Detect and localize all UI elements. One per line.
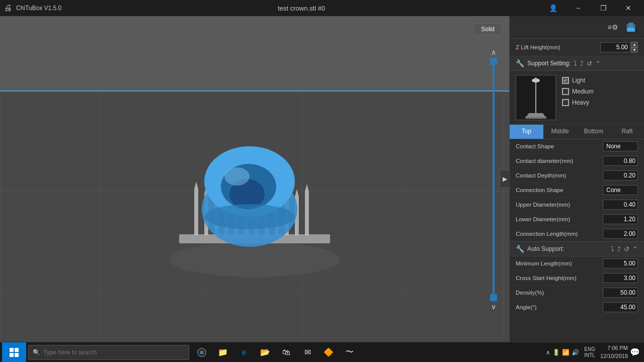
taskbar-cortana[interactable] <box>191 342 212 363</box>
tray-battery: 🔋 <box>552 349 560 356</box>
medium-label: Medium <box>572 88 594 95</box>
contact-diameter-input[interactable] <box>603 156 638 166</box>
auto-support-label: Auto Support: <box>527 245 608 252</box>
svg-marker-28 <box>295 189 299 197</box>
search-input[interactable] <box>43 349 185 356</box>
svg-rect-39 <box>633 24 635 28</box>
density-row: Density(%) <box>510 286 644 300</box>
support-setting-header: 🔧 Support Setting: ⤵ ⤴ ↺ ⌃ <box>510 56 644 71</box>
slider-up-arrow[interactable]: ∧ <box>488 46 500 58</box>
search-icon: 🔍 <box>33 349 40 356</box>
density-input[interactable] <box>603 288 638 298</box>
medium-option[interactable]: Medium <box>562 88 594 95</box>
auto-reset-icon[interactable]: ↺ <box>624 245 629 253</box>
notifications-icon[interactable]: 💬 <box>630 347 640 357</box>
close-button[interactable]: ✕ <box>617 0 640 16</box>
taskbar-store[interactable]: 🛍 <box>276 342 297 363</box>
z-lift-up[interactable]: ▲ <box>631 42 638 47</box>
taskbar-mail[interactable]: ✉ <box>297 342 318 363</box>
slider-down-arrow[interactable]: ∨ <box>488 301 500 313</box>
tab-raft[interactable]: Raft <box>610 125 644 139</box>
tray-sound: 🔊 <box>572 349 579 356</box>
tab-top[interactable]: Top <box>510 125 543 139</box>
reset-icon[interactable]: ↺ <box>587 60 592 67</box>
contact-depth-label: Contact Depth(mm) <box>516 172 566 178</box>
contact-diameter-row: Contact diameter(mm) <box>510 154 644 168</box>
intl-label: INTL <box>584 352 595 358</box>
lower-diameter-input[interactable] <box>603 214 638 224</box>
cross-start-input[interactable] <box>603 273 638 283</box>
lower-diameter-row: Lower Diameter(mm) <box>510 212 644 227</box>
3d-viewport[interactable]: Solid ∧ ∨ ▶ <box>0 16 509 342</box>
maximize-button[interactable]: ❐ <box>592 0 615 16</box>
slider-track <box>493 58 495 301</box>
support-setting-label: Support Setting: <box>527 60 571 67</box>
collapse-support-icon[interactable]: ⌃ <box>595 60 601 67</box>
min-length-input[interactable] <box>603 258 638 268</box>
angle-input[interactable] <box>603 302 638 312</box>
svg-rect-47 <box>15 348 19 352</box>
panel-expand-arrow[interactable]: ▶ <box>500 170 509 188</box>
settings-area: Contact Shape Contact diameter(mm) Conta… <box>510 139 644 342</box>
connection-shape-label: Connection Shape <box>516 187 564 193</box>
connection-length-input[interactable] <box>603 229 638 239</box>
model-icon[interactable] <box>624 20 638 34</box>
settings-icon[interactable]: ≡⚙ <box>606 20 620 34</box>
heavy-option[interactable]: Heavy <box>562 99 594 106</box>
contact-diameter-label: Contact diameter(mm) <box>516 158 573 164</box>
light-radio[interactable] <box>562 77 569 84</box>
contact-depth-row: Contact Depth(mm) <box>510 168 644 183</box>
taskbar: 🔍 📁 e 📂 🛍 ✉ 🔶 〜 ∧ 🔋 📶 🔊 ENG <box>0 342 644 362</box>
start-button[interactable] <box>2 342 26 363</box>
z-lift-down[interactable]: ▼ <box>631 47 638 53</box>
upper-diameter-input[interactable] <box>603 200 638 210</box>
light-option[interactable]: Light <box>562 77 594 84</box>
svg-rect-37 <box>628 23 633 28</box>
density-label: Density(%) <box>516 290 544 296</box>
tab-bottom[interactable]: Bottom <box>577 125 611 139</box>
auto-export-icon[interactable]: ⤴ <box>617 245 621 253</box>
taskbar-edge[interactable]: e <box>233 342 255 363</box>
angle-row: Angle(°) <box>510 300 644 315</box>
system-tray: ∧ 🔋 📶 🔊 <box>546 349 579 356</box>
app-title: ChiTuBox V1.5.0 <box>16 5 61 12</box>
import-icon[interactable]: ⤵ <box>574 60 577 67</box>
svg-rect-17 <box>305 192 309 235</box>
auto-collapse-icon[interactable]: ⌃ <box>632 245 638 253</box>
svg-rect-44 <box>525 117 546 119</box>
contact-depth-input[interactable] <box>603 170 638 180</box>
minimize-button[interactable]: − <box>567 0 590 16</box>
taskbar-explorer[interactable]: 📁 <box>212 342 233 363</box>
cross-start-row: Cross Start Height(mm) <box>510 271 644 286</box>
auto-import-icon[interactable]: ⤵ <box>611 245 614 253</box>
light-label: Light <box>572 77 585 84</box>
contact-shape-input[interactable] <box>603 141 638 151</box>
export-icon[interactable]: ⤴ <box>580 60 584 67</box>
heavy-radio[interactable] <box>562 99 569 106</box>
z-lift-row: Z Lift Height(mm) ▲ ▼ <box>510 39 644 56</box>
taskbar-app[interactable]: 〜 <box>339 342 360 363</box>
vertical-slider: ∧ ∨ <box>490 46 497 313</box>
slider-thumb[interactable] <box>490 58 497 65</box>
app-icon: 🖨 <box>4 4 12 13</box>
medium-radio[interactable] <box>562 88 569 95</box>
connection-shape-input[interactable] <box>603 185 638 195</box>
solid-button[interactable]: Solid <box>473 23 502 35</box>
svg-point-34 <box>224 167 250 186</box>
taskbar-files[interactable]: 📂 <box>255 342 276 363</box>
z-lift-input[interactable] <box>600 42 630 52</box>
search-bar[interactable]: 🔍 <box>28 345 189 360</box>
clock[interactable]: 7:06 PM 12/10/2019 <box>600 344 628 360</box>
svg-rect-48 <box>10 353 14 357</box>
titlebar-left: 🖨 ChiTuBox V1.5.0 <box>4 4 61 13</box>
slider-thumb-bottom[interactable] <box>490 294 497 301</box>
tray-wifi: 📶 <box>562 349 570 356</box>
tab-middle[interactable]: Middle <box>543 125 577 139</box>
svg-point-35 <box>204 204 295 229</box>
taskbar-vlc[interactable]: 🔶 <box>318 342 339 363</box>
main-content: Solid ∧ ∨ ▶ ≡⚙ <box>0 16 644 342</box>
user-icon[interactable]: 👤 <box>541 0 565 16</box>
svg-marker-43 <box>526 113 545 117</box>
connection-shape-row: Connection Shape <box>510 183 644 198</box>
tray-arrow[interactable]: ∧ <box>546 349 550 356</box>
